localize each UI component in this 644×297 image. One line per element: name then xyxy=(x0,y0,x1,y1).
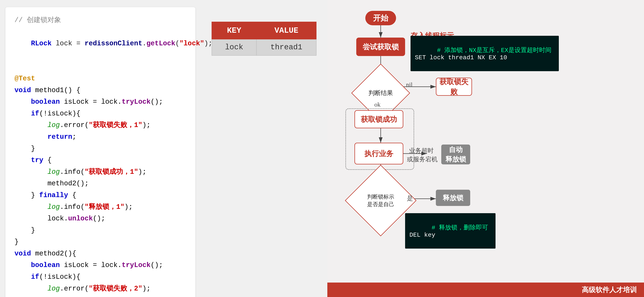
fail-node: 获取锁失败 xyxy=(436,78,472,96)
code-line-6: boolean isLock = lock.tryLock(); xyxy=(14,96,186,108)
col-key-header: KEY xyxy=(212,22,256,39)
code-line-19: void method2(){ xyxy=(14,248,186,260)
code-line-9: return; xyxy=(14,131,186,143)
del-command-terminal: # 释放锁，删除即可 DEL key xyxy=(405,213,496,249)
table-row: lock thread1 xyxy=(212,39,316,55)
code-line-18: } xyxy=(14,236,186,248)
judge-result-node: 判断结果 xyxy=(360,72,402,114)
business-timeout-label: 业务超时 或服务宕机 xyxy=(407,146,436,164)
code-line-4: @Test xyxy=(14,73,186,84)
nil-label: nil xyxy=(406,81,412,88)
code-line-15: log.info("释放锁，1"); xyxy=(14,201,186,213)
get-lock-success-node: 获取锁成功 xyxy=(354,110,403,128)
cell-value: thread1 xyxy=(256,39,316,55)
start-node: 开始 xyxy=(365,11,396,25)
flowchart-panel: 开始 存入线程标示 尝试获取锁 # 添加锁，NX是互斥，EX是设置超时时间 SE… xyxy=(327,0,644,297)
code-line-20: boolean isLock = lock.tryLock(); xyxy=(14,260,186,271)
cell-key: lock xyxy=(212,39,256,55)
kv-table: KEY VALUE lock thread1 xyxy=(212,22,316,56)
code-line-8: log.error("获取锁失败，1"); xyxy=(14,119,186,131)
code-line-7: if(!isLock){ xyxy=(14,108,186,120)
yes-label: 是 xyxy=(407,194,413,203)
auto-release-node: 自动 释放锁 xyxy=(441,145,470,164)
code-line-3 xyxy=(14,61,186,73)
bottom-bar: 高级软件人才培训 xyxy=(327,283,644,297)
judge-own-node: 判断锁标示 是否是自己 xyxy=(355,175,406,226)
code-line-16: lock.unlock(); xyxy=(14,213,186,225)
bottom-bar-text: 高级软件人才培训 xyxy=(582,285,637,295)
code-line-5: void method1() { xyxy=(14,84,186,96)
code-line-13: method2(); xyxy=(14,178,186,190)
code-line-21: if(!isLock){ xyxy=(14,271,186,283)
code-line-17: } xyxy=(14,225,186,236)
try-lock-node: 尝试获取锁 xyxy=(356,37,405,56)
code-panel: // 创建锁对象 RLock lock = redissonClient.get… xyxy=(6,7,195,297)
code-line-14: } finally { xyxy=(14,190,186,201)
code-line-22: log.error("获取锁失败，2"); xyxy=(14,283,186,295)
code-line-23: return; xyxy=(14,295,186,297)
col-value-header: VALUE xyxy=(256,22,316,39)
code-line-1: // 创建锁对象 xyxy=(14,14,186,26)
code-line-2: RLock lock = redissonClient.getLock("loc… xyxy=(14,26,186,61)
execute-business-node: 执行业务 xyxy=(354,143,403,164)
set-command-terminal: # 添加锁，NX是互斥，EX是设置超时时间 SET lock thread1 N… xyxy=(410,36,559,71)
code-line-11: try { xyxy=(14,154,186,166)
table-panel: KEY VALUE lock thread1 xyxy=(201,0,327,56)
release-lock-node: 释放锁 xyxy=(436,190,470,206)
code-line-10: } xyxy=(14,143,186,155)
ok-label: ok xyxy=(374,101,380,108)
flowchart-container: 开始 存入线程标示 尝试获取锁 # 添加锁，NX是互斥，EX是设置超时时间 SE… xyxy=(334,5,637,284)
code-line-12: log.info("获取锁成功，1"); xyxy=(14,166,186,178)
